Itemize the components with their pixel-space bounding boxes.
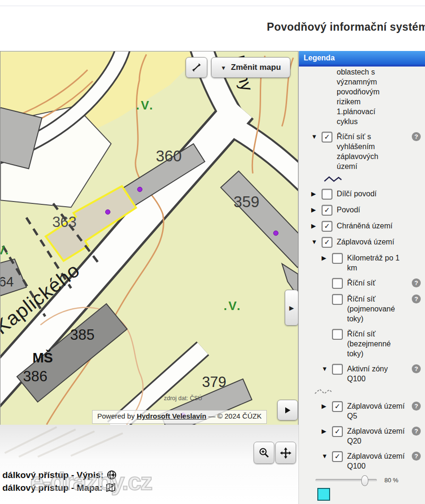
checkbox[interactable]: ✓ bbox=[332, 294, 343, 305]
tree-expand-icon[interactable]: ▶ bbox=[322, 426, 332, 435]
legend-item-label: Záplavová území Q100 bbox=[347, 451, 405, 471]
checkbox[interactable]: ✓ bbox=[332, 401, 343, 412]
legend-item-label: Záplavová území bbox=[337, 237, 408, 247]
remote-access-vypis-label: dálkový přístup - Výpis: bbox=[2, 470, 103, 480]
tree-expand-icon[interactable]: ▶ bbox=[311, 221, 322, 229]
river-line-symbol bbox=[323, 175, 408, 184]
legend-item-ricni-sit-bezejmenne: ✓ Říční síť (bezejmenné toky) ? bbox=[299, 329, 425, 359]
map-ghost-reflection bbox=[0, 425, 198, 458]
map-canvas[interactable]: 360 359 363 385 386 MŠ 379 64 Kaplického… bbox=[0, 51, 298, 426]
help-icon[interactable]: ? bbox=[412, 427, 421, 436]
legend-item-zaplavova-uzemi: ▼ ✓ Záplavová území ? bbox=[299, 237, 425, 248]
legend-item-dilci-povodi: ▶ ✓ Dílčí povodí ? bbox=[299, 189, 425, 200]
pan-button[interactable] bbox=[275, 442, 296, 464]
legend-item-label: Záplavová území Q20 bbox=[347, 426, 405, 446]
attribution-link[interactable]: Hydrosoft Veleslavín bbox=[136, 412, 206, 420]
tree-expand-icon[interactable]: ▶ bbox=[322, 253, 332, 261]
help-icon[interactable]: ? bbox=[412, 364, 421, 373]
tree-expand-icon[interactable]: ▶ bbox=[311, 189, 322, 197]
legend-item-label: Kilometráž po 1 km bbox=[347, 253, 408, 273]
building-359-label: 359 bbox=[233, 193, 259, 210]
checkbox[interactable]: ✓ bbox=[332, 451, 343, 462]
checkbox[interactable]: ✓ bbox=[322, 237, 332, 248]
change-map-button[interactable]: ▼ Změnit mapu bbox=[211, 57, 290, 78]
map-corner-arrow-button[interactable] bbox=[277, 400, 298, 420]
legend-item-label: Povodí bbox=[337, 205, 408, 215]
zoom-button[interactable] bbox=[254, 442, 274, 464]
slider-thumb[interactable] bbox=[361, 475, 368, 486]
help-icon[interactable]: ? bbox=[412, 402, 421, 411]
tree-spacer bbox=[322, 294, 332, 295]
legend-item-label: Říční síť s vyhlášením záplavových území bbox=[337, 132, 394, 171]
legend-item-label: Aktivní zóny Q100 bbox=[347, 364, 405, 384]
tree-expand-icon[interactable]: ▶ bbox=[322, 401, 332, 410]
legend-panel: Legenda oblastech s významným povodňovým… bbox=[298, 51, 425, 504]
opacity-slider-row: 80 % bbox=[315, 475, 408, 485]
map-icon[interactable] bbox=[105, 482, 116, 493]
checkbox[interactable]: ✓ bbox=[332, 364, 343, 375]
attribution-prefix: Powered by bbox=[97, 412, 135, 420]
attribution-suffix: — © 2024 ČÚZK bbox=[208, 412, 262, 420]
legend-item-ricni-sit: ✓ Říční síť ? bbox=[299, 278, 425, 289]
building-64-label: 64 bbox=[0, 274, 14, 289]
tree-collapse-icon[interactable]: ▼ bbox=[311, 132, 322, 140]
page-title: Povodňový informační systém bbox=[267, 21, 425, 34]
tree-collapse-icon[interactable]: ▼ bbox=[322, 451, 332, 460]
checkbox[interactable]: ✓ bbox=[322, 189, 332, 200]
globe-icon[interactable] bbox=[106, 470, 117, 480]
data-source-note: zdroj dat: ČSÚ bbox=[164, 395, 202, 402]
building-385-label: 385 bbox=[70, 327, 95, 343]
help-icon[interactable]: ? bbox=[412, 294, 421, 303]
tree-collapse-icon[interactable]: ▼ bbox=[311, 237, 322, 245]
legend-body: oblastech s významným povodňovým rizikem… bbox=[299, 67, 425, 504]
remote-access-mapa-row: dálkový přístup - Mapa: bbox=[2, 482, 116, 493]
legend-item-povodi: ▶ ✓ Povodí ? bbox=[299, 205, 425, 216]
flood-q100-color-swatch bbox=[317, 488, 330, 501]
legend-item-label: Říční síť (pojmenované toky) bbox=[347, 294, 405, 324]
checkbox[interactable]: ✓ bbox=[332, 278, 343, 289]
corner-arrow-icon bbox=[283, 405, 292, 415]
vegetation-symbol: .V. bbox=[223, 299, 241, 312]
active-zone-line-symbol bbox=[314, 387, 408, 396]
chevron-right-icon: ▶ bbox=[289, 304, 294, 311]
dropdown-arrow-icon: ▼ bbox=[221, 65, 226, 71]
help-icon[interactable]: ? bbox=[412, 132, 421, 141]
header-divider bbox=[0, 6, 425, 6]
legend-item-zaplavova-q5: ▶ ✓ Záplavová území Q5 ? bbox=[299, 401, 425, 421]
checkbox[interactable]: ✓ bbox=[332, 253, 343, 264]
tree-collapse-icon[interactable]: ▼ bbox=[322, 364, 332, 372]
legend-item-label: Říční síť (bezejmenné toky) bbox=[347, 329, 408, 359]
tree-spacer bbox=[322, 329, 332, 330]
legend-item-label: Záplavová území Q5 bbox=[347, 401, 405, 421]
checkbox[interactable]: ✓ bbox=[322, 205, 332, 216]
tree-expand-icon[interactable]: ▶ bbox=[311, 205, 322, 213]
panel-toggle-button[interactable]: ▶ bbox=[285, 290, 298, 326]
fullscreen-button[interactable] bbox=[186, 57, 207, 78]
building-379-label: 379 bbox=[202, 374, 227, 390]
vegetation-symbol: .V. bbox=[136, 99, 154, 112]
building-386-label: 386 bbox=[23, 368, 48, 385]
legend-item-label: oblastech s významným povodňovým rizikem… bbox=[337, 67, 394, 126]
help-icon[interactable]: ? bbox=[412, 278, 421, 287]
checkbox[interactable]: ✓ bbox=[322, 221, 332, 232]
legend-header[interactable]: Legenda bbox=[299, 51, 425, 67]
building-360-label: 360 bbox=[156, 147, 182, 165]
legend-item-aktivni-zony-q100: ▼ ✓ Aktivní zóny Q100 ? bbox=[299, 364, 425, 396]
checkbox[interactable]: ✓ bbox=[322, 132, 332, 143]
checkbox[interactable]: ✓ bbox=[332, 426, 343, 437]
magnifier-icon bbox=[258, 447, 270, 459]
flood-info-system-page: Povodňový informační systém bbox=[0, 0, 425, 504]
legend-item-zaplavova-q100: ▼ ✓ Záplavová území Q100 ? 80 % bbox=[299, 451, 425, 501]
help-icon[interactable]: ? bbox=[412, 452, 421, 461]
expand-arrows-icon bbox=[191, 62, 202, 73]
opacity-slider[interactable] bbox=[315, 479, 377, 481]
legend-item-kilometraz: ▶ ✓ Kilometráž po 1 km ? bbox=[299, 253, 425, 273]
school-label: MŠ bbox=[33, 350, 53, 365]
checkbox[interactable]: ✓ bbox=[332, 329, 343, 340]
legend-item-ricni-sit-vyhlasenim: ▼ ✓ Říční síť s vyhlášením záplavových ú… bbox=[299, 132, 425, 184]
tree-spacer bbox=[322, 278, 332, 279]
remote-access-mapa-label: dálkový přístup - Mapa: bbox=[2, 483, 102, 493]
remote-access-vypis-row: dálkový přístup - Výpis: bbox=[2, 470, 117, 480]
map-attribution: Powered by Hydrosoft Veleslavín — © 2024… bbox=[92, 410, 267, 424]
legend-item-ricni-sit-pojmenovane: ✓ Říční síť (pojmenované toky) ? bbox=[299, 294, 425, 324]
